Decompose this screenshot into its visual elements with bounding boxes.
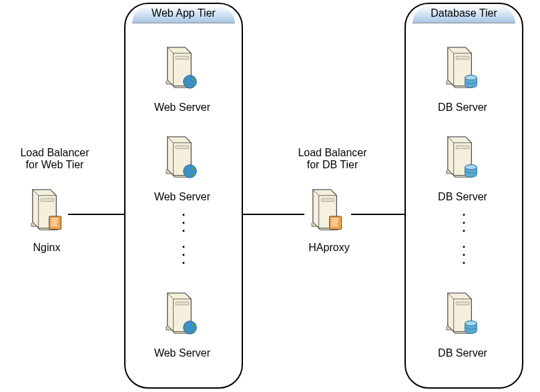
web-server-2-label: Web Server (146, 191, 219, 203)
web-vdots-1: ... (180, 210, 187, 234)
nginx-desc-line2: for Web Tier (26, 159, 84, 170)
web-server-1-icon (159, 41, 206, 95)
haproxy-desc-line2: for DB Tier (307, 159, 358, 170)
conn-webtier-to-haproxy (243, 214, 304, 215)
web-server-1-label: Web Server (146, 102, 219, 114)
db-server-1-icon (439, 41, 486, 95)
haproxy-desc-line1: Load Balancer (298, 147, 366, 158)
web-tier-title: Web App Tier (132, 5, 235, 23)
nginx-server-icon (24, 184, 71, 237)
conn-nginx-to-webtier (68, 214, 124, 215)
web-vdots-2: ... (180, 242, 187, 266)
web-server-3-icon (159, 287, 206, 341)
web-server-3-label: Web Server (146, 347, 219, 359)
db-server-3-icon (439, 287, 486, 341)
nginx-label: Nginx (20, 242, 73, 254)
web-server-2-icon (159, 131, 206, 184)
nginx-desc: Load Balancer for Web Tier (8, 147, 101, 171)
haproxy-label: HAproxy (299, 242, 359, 254)
db-server-2-icon (439, 131, 486, 184)
db-server-1-label: DB Server (426, 102, 499, 114)
db-server-2-label: DB Server (426, 191, 499, 203)
db-tier-title: Database Tier (413, 5, 515, 23)
conn-haproxy-to-dbtier (351, 214, 404, 215)
db-server-3-label: DB Server (426, 347, 499, 359)
nginx-desc-line1: Load Balancer (20, 147, 89, 158)
db-vdots-2: ... (461, 242, 467, 266)
db-vdots-1: ... (461, 210, 467, 234)
haproxy-server-icon (304, 184, 351, 237)
haproxy-desc: Load Balancer for DB Tier (286, 147, 379, 171)
